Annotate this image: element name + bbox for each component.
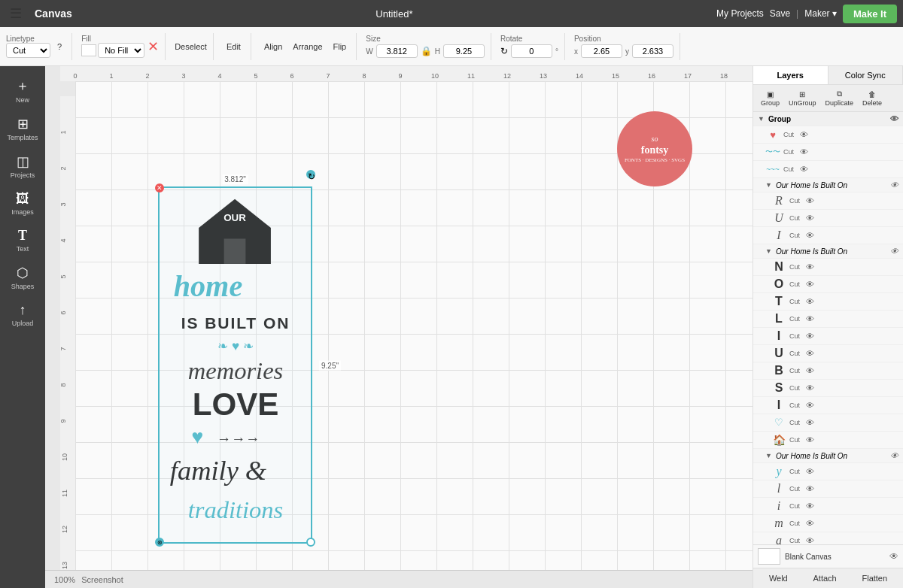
sidebar-item-new[interactable]: ＋ New <box>3 72 42 108</box>
images-icon: 🖼 <box>16 191 29 207</box>
eye-icon[interactable]: 👁 <box>800 165 808 174</box>
eye-icon[interactable]: 👁 <box>806 332 814 341</box>
eye-icon[interactable]: 👁 <box>806 280 814 289</box>
eye-icon[interactable]: 👁 <box>806 418 814 427</box>
make-it-button[interactable]: Make It <box>843 5 897 23</box>
eye-icon[interactable]: 👁 <box>806 519 814 528</box>
list-item[interactable]: ♥ Cut 👁 <box>753 126 903 144</box>
selection-box[interactable]: ✕ ↻ ⊛ 3.812" 9.25" <box>158 186 312 544</box>
eye-icon[interactable]: 👁 <box>806 196 814 205</box>
layer-sub-group-1[interactable]: ▼ Our Home Is Built On 👁 <box>753 178 903 192</box>
eye-icon[interactable]: 👁 <box>800 130 808 139</box>
rotate-input[interactable]: 0 <box>511 44 552 58</box>
arrange-button[interactable]: Arrange <box>289 40 326 53</box>
y-position-input[interactable]: 2.633 <box>632 44 673 58</box>
list-item[interactable]: y Cut 👁 <box>753 463 903 480</box>
linetype-select[interactable]: CutDrawScore <box>6 43 50 58</box>
list-item[interactable]: U Cut 👁 <box>753 210 903 227</box>
list-item[interactable]: ~~~ Cut 👁 <box>753 161 903 178</box>
weld-button[interactable]: Weld <box>763 571 794 585</box>
layer-sub-group-2[interactable]: ▼ Our Home Is Built On 👁 <box>753 244 903 259</box>
list-item[interactable]: m Cut 👁 <box>753 515 903 532</box>
list-item[interactable]: N Cut 👁 <box>753 259 903 276</box>
attach-button[interactable]: Attach <box>807 571 843 585</box>
list-item[interactable]: ♡ Cut 👁 <box>753 414 903 432</box>
list-item[interactable]: I Cut 👁 <box>753 328 903 345</box>
height-input[interactable]: 9.25 <box>443 44 485 58</box>
deselect-button[interactable]: Deselect <box>175 42 207 51</box>
x-position-input[interactable]: 2.65 <box>581 44 622 58</box>
sidebar-item-shapes[interactable]: ⬡ Shapes <box>3 260 42 295</box>
list-item[interactable]: S Cut 👁 <box>753 380 903 397</box>
eye-icon[interactable]: 👁 <box>890 451 898 460</box>
eye-icon[interactable]: 👁 <box>806 467 814 476</box>
maker-button[interactable]: Maker ▾ <box>804 8 837 19</box>
list-item[interactable]: 🏠 Cut 👁 <box>753 432 903 449</box>
duplicate-button[interactable]: ⧉ Duplicate <box>822 88 857 108</box>
list-item[interactable]: 〜〜 Cut 👁 <box>753 144 903 161</box>
flip-button[interactable]: Flip <box>330 40 351 53</box>
list-item[interactable]: T Cut 👁 <box>753 293 903 311</box>
list-item[interactable]: R Cut 👁 <box>753 192 903 210</box>
layer-sub-group-3[interactable]: ▼ Our Home Is Built On 👁 <box>753 449 903 463</box>
fontsy-logo: so fontsy FONTS · DESIGNS · SVGS <box>617 111 692 186</box>
save-button[interactable]: Save <box>770 8 790 19</box>
letter-m-icon: m <box>771 517 786 529</box>
delete-button[interactable]: 🗑 Delete <box>859 89 885 108</box>
eye-icon[interactable]: 👁 <box>806 366 814 375</box>
list-item[interactable]: O Cut 👁 <box>753 276 903 293</box>
sidebar-item-templates[interactable]: ⊞ Templates <box>3 111 42 146</box>
eye-icon[interactable]: 👁 <box>806 435 814 444</box>
eye-icon[interactable]: 👁 <box>806 214 814 223</box>
resize-br-handle[interactable] <box>306 538 315 547</box>
canvas-inner: so fontsy FONTS · DESIGNS · SVGS ✕ ↻ ⊛ 3… <box>75 81 752 588</box>
eye-icon[interactable]: 👁 <box>806 401 814 410</box>
sidebar-item-images[interactable]: 🖼 Images <box>3 186 42 220</box>
flatten-button[interactable]: Flatten <box>856 571 893 585</box>
eye-icon[interactable]: 👁 <box>890 180 898 189</box>
list-item[interactable]: L Cut 👁 <box>753 311 903 328</box>
list-item[interactable]: B Cut 👁 <box>753 362 903 380</box>
list-item[interactable]: l Cut 👁 <box>753 480 903 498</box>
ungroup-button[interactable]: ⊞ UnGroup <box>786 89 819 108</box>
list-item[interactable]: i Cut 👁 <box>753 498 903 515</box>
separator: | <box>796 8 798 19</box>
menu-icon[interactable]: ☰ <box>6 3 26 24</box>
eye-icon[interactable]: 👁 <box>806 314 814 323</box>
eye-icon[interactable]: 👁 <box>806 383 814 393</box>
canvas-scroll[interactable]: 1 2 3 4 5 6 7 8 9 10 11 12 13 14 15 <box>60 81 752 588</box>
sidebar-item-projects[interactable]: ◫ Projects <box>3 149 42 183</box>
canvas-area[interactable]: 0 1 2 3 4 5 6 7 8 9 10 11 12 13 14 15 16… <box>45 66 752 588</box>
fill-select[interactable]: No FillColor <box>98 43 144 58</box>
eye-icon[interactable]: 👁 <box>806 349 814 358</box>
lock-bl-handle[interactable]: ⊛ <box>155 538 164 547</box>
eye-icon[interactable]: 👁 <box>806 297 814 306</box>
list-item[interactable]: U Cut 👁 <box>753 345 903 362</box>
eye-icon[interactable]: 👁 <box>806 502 814 511</box>
sidebar-item-text[interactable]: T Text <box>3 223 42 257</box>
list-item[interactable]: I Cut 👁 <box>753 227 903 244</box>
close-handle[interactable]: ✕ <box>155 183 164 192</box>
canvas-eye-icon[interactable]: 👁 <box>889 551 898 562</box>
my-projects-button[interactable]: My Projects <box>716 8 764 19</box>
eye-icon[interactable]: 👁 <box>890 114 898 123</box>
layer-group-header[interactable]: ▼ Group 👁 <box>753 112 903 126</box>
eye-icon[interactable]: 👁 <box>806 262 814 271</box>
group-button[interactable]: ▣ Group <box>758 89 783 108</box>
rotate-handle[interactable]: ↻ <box>306 170 315 179</box>
eye-icon[interactable]: 👁 <box>806 484 814 493</box>
width-input[interactable]: 3.812 <box>376 44 418 58</box>
list-item[interactable]: I Cut 👁 <box>753 397 903 414</box>
tab-layers[interactable]: Layers <box>753 66 829 84</box>
list-item[interactable]: a Cut 👁 <box>753 532 903 544</box>
eye-icon[interactable]: 👁 <box>890 247 898 256</box>
linetype-help[interactable]: ? <box>53 40 65 53</box>
tab-color-sync[interactable]: Color Sync <box>829 66 904 84</box>
fill-color-box[interactable] <box>81 44 96 56</box>
eye-icon[interactable]: 👁 <box>800 147 808 156</box>
edit-button[interactable]: Edit <box>223 40 245 53</box>
eye-icon[interactable]: 👁 <box>806 231 814 240</box>
align-button[interactable]: Align <box>260 40 286 53</box>
eye-icon[interactable]: 👁 <box>806 536 814 544</box>
sidebar-item-upload[interactable]: ↑ Upload <box>3 298 42 332</box>
